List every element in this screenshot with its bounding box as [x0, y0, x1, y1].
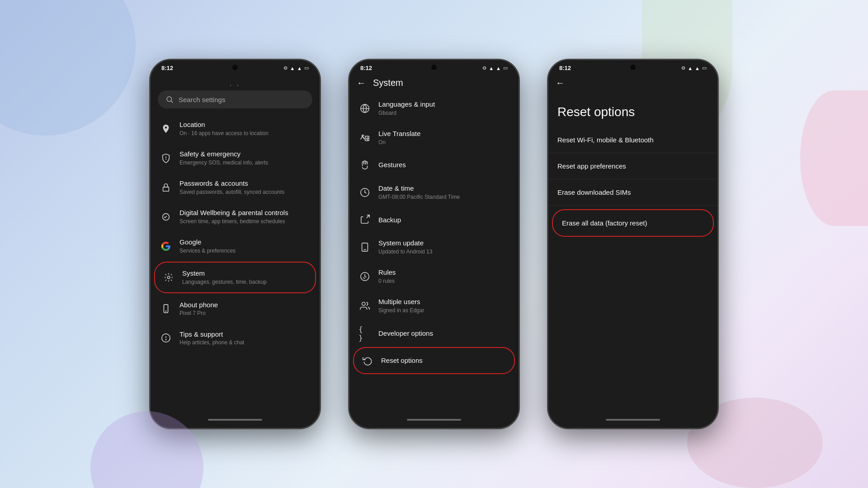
- update-subtitle: Updated to Android 13: [378, 249, 509, 256]
- about-icon: [160, 302, 172, 315]
- settings-item-google[interactable]: Google Services & preferences: [152, 231, 318, 261]
- reset-app-text: Reset app preferences: [557, 162, 708, 170]
- passwords-title: Passwords & accounts: [179, 179, 311, 188]
- rules-title: Rules: [378, 268, 509, 277]
- languages-text: Languages & input Gboard: [378, 100, 509, 117]
- factory-reset-text: Erase all data (factory reset): [562, 219, 704, 227]
- tips-text: Tips & support Help articles, phone & ch…: [179, 330, 311, 347]
- settings-item-about[interactable]: About phone Pixel 7 Pro: [152, 294, 318, 324]
- gestures-title: Gestures: [378, 160, 509, 169]
- settings-item-safety[interactable]: Safety & emergency Emergency SOS, medica…: [152, 143, 318, 173]
- update-title: System update: [378, 239, 509, 248]
- google-title: Google: [179, 238, 311, 247]
- signal-icon-2: ▲: [496, 66, 501, 71]
- hidden-items-indicator: · ·: [158, 78, 312, 90]
- settings-item-system[interactable]: System Languages, gestures, time, backup: [154, 262, 316, 293]
- backup-title: Backup: [378, 216, 509, 225]
- rules-subtitle: 0 rules: [378, 278, 509, 285]
- system-menu-list: Languages & input Gboard Live Translate …: [349, 94, 519, 415]
- tips-title: Tips & support: [179, 330, 311, 339]
- system-item-backup[interactable]: Backup: [351, 207, 517, 232]
- settings-item-passwords[interactable]: Passwords & accounts Saved passwords, au…: [152, 173, 318, 202]
- wellbeing-text: Digital Wellbeing & parental controls Sc…: [179, 208, 311, 225]
- translate-text: Live Translate On: [378, 129, 509, 146]
- safety-text: Safety & emergency Emergency SOS, medica…: [179, 150, 311, 166]
- system-item-developer[interactable]: { } Developer options: [351, 321, 517, 346]
- translate-icon: [359, 131, 371, 144]
- wifi-icon-3: ▲: [688, 66, 693, 71]
- settings-item-wellbeing[interactable]: Digital Wellbeing & parental controls Sc…: [152, 202, 318, 231]
- battery-icon-2: ▭: [503, 65, 508, 71]
- system-item-reset[interactable]: Reset options: [353, 347, 515, 374]
- system-icon: [162, 271, 175, 284]
- system-subtitle: Languages, gestures, time, backup: [182, 279, 308, 286]
- system-item-languages[interactable]: Languages & input Gboard: [351, 94, 517, 123]
- google-subtitle: Services & preferences: [179, 248, 311, 255]
- reset-title: Reset options: [381, 356, 507, 365]
- settings-item-location[interactable]: Location On · 16 apps have access to loc…: [152, 114, 318, 143]
- system-item-rules[interactable]: Rules 0 rules: [351, 262, 517, 291]
- erase-sims-item[interactable]: Erase downloaded SIMs: [548, 179, 717, 206]
- reset-app-item[interactable]: Reset app preferences: [548, 153, 717, 179]
- system-item-translate[interactable]: Live Translate On: [351, 123, 517, 152]
- settings-item-tips[interactable]: Tips & support Help articles, phone & ch…: [152, 324, 318, 353]
- reset-icon: [361, 354, 374, 367]
- system-item-update[interactable]: System update Updated to Android 13: [351, 232, 517, 262]
- users-title: Multiple users: [378, 297, 509, 306]
- svg-point-6: [167, 276, 170, 279]
- factory-reset-item[interactable]: Erase all data (factory reset): [552, 209, 714, 237]
- about-title: About phone: [179, 300, 311, 310]
- search-bar[interactable]: Search settings: [158, 90, 312, 108]
- system-item-users[interactable]: Multiple users Signed in as Edgar: [351, 291, 517, 320]
- system-title: System: [182, 269, 308, 278]
- phone-2: 8:12 ⊖ ▲ ▲ ▭ ← System Langua: [348, 59, 520, 429]
- svg-rect-15: [362, 243, 368, 251]
- battery-icon: ▭: [304, 65, 309, 71]
- developer-icon: { }: [359, 327, 371, 340]
- backup-text: Backup: [378, 216, 509, 225]
- camera-notch-1: [232, 65, 238, 70]
- passwords-subtitle: Saved passwords, autofill, synced accoun…: [179, 189, 311, 196]
- rules-text: Rules 0 rules: [378, 268, 509, 285]
- status-icons-1: ⊖ ▲ ▲ ▭: [283, 65, 309, 71]
- camera-notch-2: [431, 65, 437, 70]
- translate-title: Live Translate: [378, 129, 509, 138]
- status-time-2: 8:12: [360, 65, 372, 71]
- system-title-bar: System: [373, 78, 403, 88]
- signal-icon: ▲: [297, 66, 302, 71]
- backup-icon: [359, 213, 371, 226]
- wifi-icon-2: ▲: [489, 66, 494, 71]
- settings-list: Location On · 16 apps have access to loc…: [151, 114, 320, 415]
- location-title: Location: [179, 120, 311, 129]
- developer-text: Developer options: [378, 329, 509, 338]
- gestures-text: Gestures: [378, 160, 509, 169]
- safety-title: Safety & emergency: [179, 150, 311, 159]
- dnd-icon-2: ⊖: [482, 65, 486, 71]
- status-time-3: 8:12: [559, 65, 571, 71]
- system-item-gestures[interactable]: Gestures: [351, 152, 517, 178]
- reset-wifi-item[interactable]: Reset Wi-Fi, mobile & Bluetooth: [548, 127, 717, 153]
- erase-sims-text: Erase downloaded SIMs: [557, 188, 708, 196]
- search-placeholder[interactable]: Search settings: [179, 96, 225, 103]
- phone-1: 8:12 ⊖ ▲ ▲ ▭ · ·: [149, 59, 321, 429]
- back-button-2[interactable]: ←: [556, 78, 565, 88]
- location-subtitle: On · 16 apps have access to location: [179, 130, 311, 137]
- update-icon: [359, 241, 371, 253]
- status-icons-2: ⊖ ▲ ▲ ▭: [482, 65, 508, 71]
- google-icon: [160, 240, 172, 253]
- reset-wifi-text: Reset Wi-Fi, mobile & Bluetooth: [557, 136, 708, 144]
- datetime-text: Date & time GMT-08:00 Pacific Standard T…: [378, 184, 509, 201]
- svg-rect-4: [163, 187, 169, 191]
- back-button-1[interactable]: ←: [357, 78, 366, 88]
- languages-title: Languages & input: [378, 100, 509, 109]
- datetime-subtitle: GMT-08:00 Pacific Standard Time: [378, 194, 509, 201]
- translate-subtitle: On: [378, 139, 509, 146]
- system-item-datetime[interactable]: Date & time GMT-08:00 Pacific Standard T…: [351, 178, 517, 207]
- tips-subtitle: Help articles, phone & chat: [179, 339, 311, 347]
- nav-bar-3: [548, 415, 717, 428]
- dnd-icon-3: ⊖: [681, 65, 685, 71]
- globe-icon: [359, 102, 371, 115]
- clock-icon: [359, 186, 371, 199]
- svg-point-0: [167, 97, 172, 102]
- status-time-1: 8:12: [161, 65, 173, 71]
